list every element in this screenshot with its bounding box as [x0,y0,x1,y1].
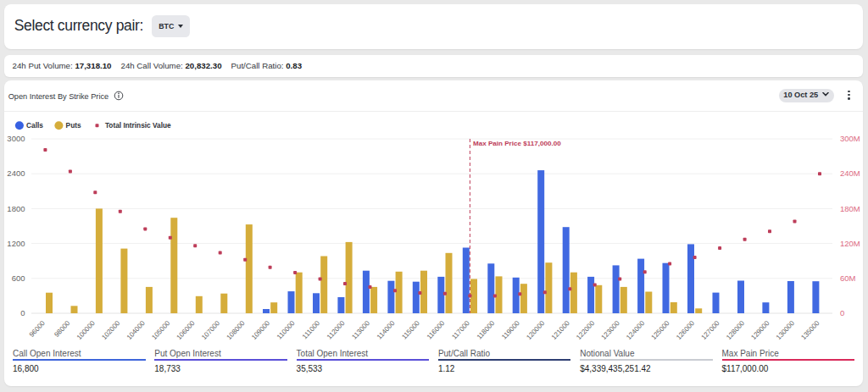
svg-text:Total Intrinsic Value: Total Intrinsic Value [105,121,171,130]
svg-text:126000: 126000 [675,319,696,341]
svg-text:1800: 1800 [7,204,25,213]
svg-text:180M: 180M [840,204,860,213]
svg-text:107000: 107000 [200,319,221,341]
svg-text:110000: 110000 [275,319,297,341]
svg-text:2400: 2400 [7,168,25,178]
svg-text:117000: 117000 [450,319,471,341]
svg-text:109000: 109000 [250,319,271,341]
svg-text:127000: 127000 [700,319,721,341]
svg-text:114000: 114000 [376,319,397,341]
svg-text:115000: 115000 [400,319,421,341]
svg-text:Puts: Puts [66,121,81,130]
svg-text:100000: 100000 [75,319,97,341]
svg-text:135000: 135000 [799,319,821,341]
svg-text:240M: 240M [840,168,860,178]
svg-text:102000: 102000 [100,319,121,341]
svg-text:116000: 116000 [426,319,447,341]
svg-text:120M: 120M [840,239,860,248]
svg-text:0: 0 [840,308,844,317]
svg-text:119000: 119000 [500,319,521,341]
svg-text:104000: 104000 [125,319,147,341]
svg-text:600: 600 [12,273,25,283]
svg-text:122000: 122000 [575,319,596,341]
svg-text:123000: 123000 [600,319,621,341]
svg-text:0: 0 [20,308,25,317]
svg-text:129000: 129000 [749,319,771,341]
svg-text:112000: 112000 [326,319,347,341]
svg-text:3000: 3000 [7,134,25,143]
svg-text:108000: 108000 [225,319,247,341]
svg-text:1200: 1200 [7,239,25,248]
svg-text:Calls: Calls [26,121,43,130]
svg-text:105000: 105000 [150,319,171,341]
svg-text:121000: 121000 [550,319,571,341]
svg-text:120000: 120000 [525,319,546,341]
svg-text:98000: 98000 [53,319,71,339]
svg-text:130000: 130000 [775,319,796,341]
svg-text:124000: 124000 [625,319,646,341]
svg-text:106000: 106000 [175,319,197,341]
svg-text:60M: 60M [840,273,856,283]
svg-text:300M: 300M [840,134,860,143]
svg-text:111000: 111000 [301,319,322,340]
svg-text:113000: 113000 [350,319,371,341]
svg-text:118000: 118000 [476,319,497,341]
svg-text:128000: 128000 [725,319,746,341]
svg-text:96000: 96000 [28,319,47,339]
svg-text:Max Pain Price $117,000.00: Max Pain Price $117,000.00 [473,140,561,147]
svg-text:125000: 125000 [650,319,671,341]
